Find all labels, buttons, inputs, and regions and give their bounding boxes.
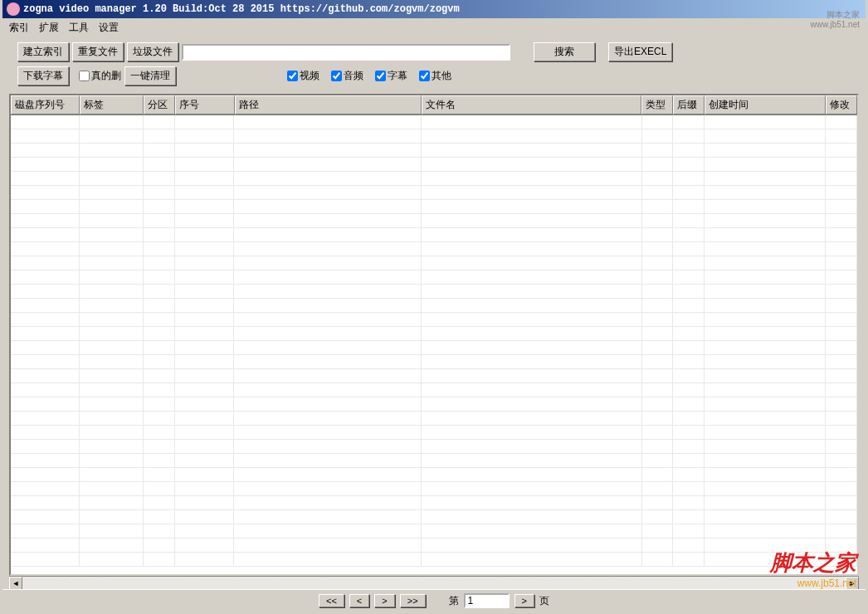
prev-page-button[interactable]: < (349, 594, 369, 607)
scroll-right-icon[interactable]: ► (846, 577, 859, 590)
table-row[interactable] (11, 129, 857, 144)
page-prefix-label: 第 (449, 594, 459, 608)
table-row[interactable] (11, 355, 857, 369)
column-header[interactable]: 后缀 (673, 95, 705, 115)
filter-video[interactable]: 视频 (287, 69, 319, 83)
table-row[interactable] (11, 426, 857, 440)
filter-audio[interactable]: 音频 (331, 69, 363, 83)
table-row[interactable] (11, 553, 857, 567)
filter-other[interactable]: 其他 (419, 69, 451, 83)
table-header-row: 磁盘序列号标签分区序号路径文件名类型后缀创建时间修改 (11, 95, 857, 115)
table-row[interactable] (11, 270, 857, 285)
last-page-button[interactable]: >> (400, 594, 426, 607)
column-header[interactable]: 路径 (235, 95, 422, 115)
search-input[interactable] (182, 44, 510, 61)
menu-settings[interactable]: 设置 (99, 21, 119, 35)
data-table: 磁盘序列号标签分区序号路径文件名类型后缀创建时间修改 (9, 94, 859, 576)
table-row[interactable] (11, 482, 857, 496)
restore-file-button[interactable]: 重复文件 (72, 42, 124, 61)
table-row[interactable] (11, 214, 857, 228)
download-subtitle-button[interactable]: 下载字幕 (17, 66, 69, 85)
titlebar: zogna video manager 1.20 Build:Oct 28 20… (2, 0, 866, 18)
column-header[interactable]: 文件名 (422, 95, 641, 115)
column-header[interactable]: 类型 (641, 95, 673, 115)
table-row[interactable] (11, 186, 857, 200)
column-header[interactable]: 修改 (826, 95, 857, 115)
table-row[interactable] (11, 285, 857, 299)
column-header[interactable]: 序号 (175, 95, 234, 115)
window-title: zogna video manager 1.20 Build:Oct 28 20… (23, 3, 460, 15)
real-delete-checkbox[interactable]: 真的删 (79, 69, 121, 83)
table-row[interactable] (11, 115, 857, 129)
table-row[interactable] (11, 158, 857, 172)
table-row[interactable] (11, 524, 857, 538)
menu-index[interactable]: 索引 (9, 21, 29, 35)
horizontal-scrollbar[interactable]: ◄ ► (9, 576, 859, 589)
table-row[interactable] (11, 383, 857, 397)
column-header[interactable]: 创建时间 (705, 95, 827, 115)
table-row[interactable] (11, 538, 857, 553)
table-row[interactable] (11, 242, 857, 256)
table-row[interactable] (11, 172, 857, 186)
menu-tools[interactable]: 工具 (69, 21, 89, 35)
build-index-button[interactable]: 建立索引 (17, 42, 69, 61)
export-excel-button[interactable]: 导出EXECL (608, 42, 672, 61)
table-row[interactable] (11, 510, 857, 524)
scroll-left-icon[interactable]: ◄ (9, 577, 22, 590)
statusbar: << < > >> 第 > 页 (2, 589, 866, 612)
table-row[interactable] (11, 412, 857, 426)
app-icon (7, 2, 20, 16)
table-row[interactable] (11, 228, 857, 242)
table-row[interactable] (11, 299, 857, 313)
table-body[interactable] (11, 115, 857, 574)
trash-file-button[interactable]: 垃圾文件 (127, 42, 178, 61)
next-page-button[interactable]: > (374, 594, 394, 607)
table-row[interactable] (11, 440, 857, 454)
first-page-button[interactable]: << (319, 594, 344, 607)
table-row[interactable] (11, 256, 857, 270)
table-row[interactable] (11, 200, 857, 214)
column-header[interactable]: 标签 (80, 95, 144, 115)
table-row[interactable] (11, 327, 857, 341)
menu-extend[interactable]: 扩展 (39, 21, 59, 35)
go-page-button[interactable]: > (514, 594, 534, 607)
table-row[interactable] (11, 397, 857, 412)
table-row[interactable] (11, 341, 857, 355)
column-header[interactable]: 分区 (144, 95, 175, 115)
column-header[interactable]: 磁盘序列号 (11, 95, 80, 115)
real-delete-input[interactable] (79, 71, 90, 81)
table-row[interactable] (11, 313, 857, 327)
table-row[interactable] (11, 144, 857, 158)
menubar: 索引 扩展 工具 设置 (2, 18, 866, 37)
filter-subtitle[interactable]: 字幕 (375, 69, 407, 83)
page-number-input[interactable] (464, 593, 510, 608)
table-row[interactable] (11, 369, 857, 383)
table-row[interactable] (11, 454, 857, 468)
table-row[interactable] (11, 496, 857, 510)
table-row[interactable] (11, 468, 857, 482)
search-button[interactable]: 搜索 (534, 42, 595, 61)
one-clean-button[interactable]: 一键清理 (124, 66, 176, 85)
page-suffix-label: 页 (539, 594, 549, 608)
